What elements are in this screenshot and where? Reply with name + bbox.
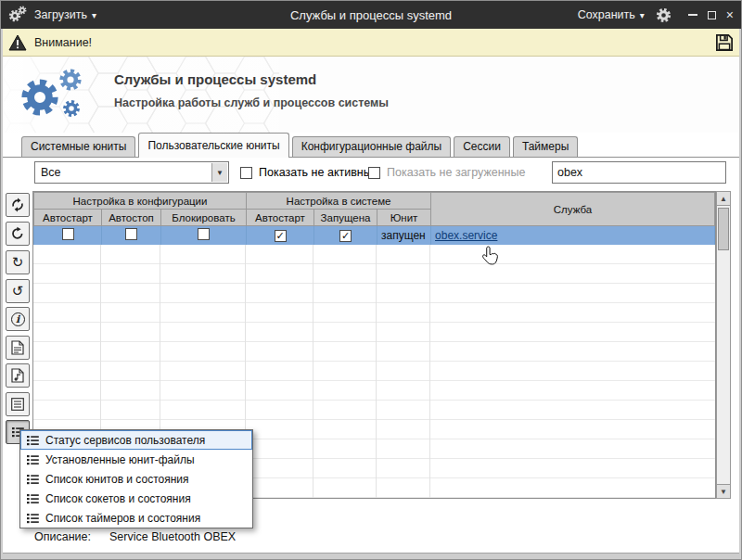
tab-underline <box>1 157 741 158</box>
tab-user-units[interactable]: Пользовательские юниты <box>138 133 288 158</box>
titlebar: Загрузить ▾ Службы и процессы systemd Со… <box>1 1 741 29</box>
save-menu-label: Сохранить <box>578 8 635 21</box>
column-header-running: Запущена <box>314 210 377 226</box>
column-header-block: Блокировать <box>161 210 247 226</box>
column-header-autostart-system: Автостарт <box>247 210 314 226</box>
combobox-value: Все <box>41 162 61 183</box>
redo-button[interactable]: ↻ <box>6 250 30 274</box>
filter-row: Все ▼ Показать не активные Показать не з… <box>1 161 741 184</box>
config-block-checkbox[interactable] <box>198 228 210 240</box>
description-value: Service Bluetooth OBEX <box>109 530 236 543</box>
tab-system-units[interactable]: Системные юниты <box>21 136 135 157</box>
log-button[interactable] <box>6 392 30 416</box>
column-header-autostart-config: Автостарт <box>34 210 102 226</box>
document-icon <box>11 340 24 355</box>
load-menu-label: Загрузить <box>34 8 87 21</box>
page-title: Службы и процессы systemd <box>114 71 389 87</box>
cursor-pointer-icon <box>482 246 498 265</box>
config-autostart-checkbox[interactable] <box>62 228 74 240</box>
window-frame-left <box>1 29 3 559</box>
refresh-button[interactable] <box>6 193 30 217</box>
menu-list-icon <box>27 493 39 504</box>
combobox-arrow-icon[interactable]: ▼ <box>211 163 227 182</box>
menu-item-units-list[interactable]: Список юнитов и состояния <box>20 469 252 489</box>
restart-icon <box>10 226 25 241</box>
chevron-down-icon: ▾ <box>640 10 645 20</box>
unit-state-cell: запущен <box>377 226 431 246</box>
chevron-down-icon: ▾ <box>92 10 96 20</box>
load-menu-button[interactable]: Загрузить ▾ <box>34 8 96 21</box>
column-header-service: Служба <box>431 193 715 226</box>
info-icon: i <box>11 312 25 326</box>
lists-popup-menu: Статус сервисов пользователя Установленн… <box>19 429 253 528</box>
tab-timers[interactable]: Таймеры <box>513 136 578 157</box>
list-frame-icon <box>11 398 24 411</box>
menu-item-installed-unit-files[interactable]: Установленные юнит-файлы <box>20 450 252 469</box>
restart-button[interactable] <box>6 222 30 246</box>
menu-item-user-services-status[interactable]: Статус сервисов пользователя <box>20 430 252 450</box>
system-autostart-checkbox[interactable]: ✓ <box>275 230 287 242</box>
undo-icon: ↺ <box>12 283 24 299</box>
menu-list-icon <box>27 454 39 465</box>
vertical-scrollbar[interactable]: ▲ ▼ <box>716 191 731 499</box>
show-unloaded-checkbox[interactable] <box>368 167 380 179</box>
journal-button[interactable] <box>6 363 30 388</box>
warning-icon <box>8 34 27 51</box>
app-icon <box>8 6 27 24</box>
unit-file-button[interactable] <box>6 336 30 360</box>
column-header-unit: Юнит <box>377 210 431 226</box>
search-input[interactable] <box>552 161 726 184</box>
scroll-up-button[interactable]: ▲ <box>717 192 730 206</box>
show-unloaded-label: Показать не загруженные <box>387 166 525 179</box>
scroll-down-button[interactable]: ▼ <box>717 484 730 498</box>
warning-bar: Внимание! <box>1 29 741 57</box>
menu-list-icon <box>27 474 39 485</box>
menu-list-icon <box>27 435 39 446</box>
status-row: Описание: Service Bluetooth OBEX <box>34 530 236 543</box>
window-frame-bottom <box>1 553 741 559</box>
menu-item-sockets-list[interactable]: Список сокетов и состояния <box>20 489 252 508</box>
description-label: Описание: <box>34 530 91 543</box>
tab-sessions[interactable]: Сессии <box>454 136 510 157</box>
undo-button[interactable]: ↺ <box>6 279 30 303</box>
app-window: Загрузить ▾ Службы и процессы systemd Со… <box>0 0 742 560</box>
save-disk-icon[interactable] <box>715 33 734 52</box>
scrollbar-thumb[interactable] <box>718 208 729 250</box>
config-autostop-checkbox[interactable] <box>125 228 137 240</box>
show-inactive-checkbox[interactable] <box>240 167 252 179</box>
gears-logo <box>18 64 90 125</box>
tab-config-files[interactable]: Конфигурационные файлы <box>292 136 451 157</box>
show-inactive-field: Показать не активные <box>240 161 378 184</box>
tab-bar: Системные юниты Пользовательские юниты К… <box>1 133 741 158</box>
window-frame-right <box>739 29 741 559</box>
system-running-checkbox[interactable]: ✓ <box>339 230 352 242</box>
table-row-selected[interactable]: ✓ ✓ запущен obex.service <box>34 226 715 246</box>
show-unloaded-field: Показать не загруженные <box>368 161 525 184</box>
show-inactive-label: Показать не активные <box>259 166 378 179</box>
document-note-icon <box>11 368 24 383</box>
menu-item-timers-list[interactable]: Список таймеров и состояния <box>20 508 252 528</box>
menu-list-icon <box>27 513 39 524</box>
close-button[interactable]: × <box>726 8 734 21</box>
column-header-autostop: Автостоп <box>102 210 161 226</box>
info-button[interactable]: i <box>6 307 30 331</box>
unit-filter-combobox[interactable]: Все ▼ <box>34 161 229 184</box>
save-menu-button[interactable]: Сохранить ▾ <box>578 8 645 21</box>
minimize-button[interactable] <box>688 14 697 16</box>
group-header-system: Настройка в системе <box>247 193 431 210</box>
group-header-config: Настройка в конфигурации <box>34 193 247 210</box>
maximize-button[interactable] <box>708 11 716 19</box>
settings-gear-button[interactable] <box>656 7 672 23</box>
redo-icon: ↻ <box>12 254 24 271</box>
page-subtitle: Настройка работы служб и процессов систе… <box>114 96 389 109</box>
refresh-icon <box>10 197 25 212</box>
module-header: Службы и процессы systemd Настройка рабо… <box>1 57 741 133</box>
service-link[interactable]: obex.service <box>435 229 497 242</box>
warning-text: Внимание! <box>34 36 92 49</box>
